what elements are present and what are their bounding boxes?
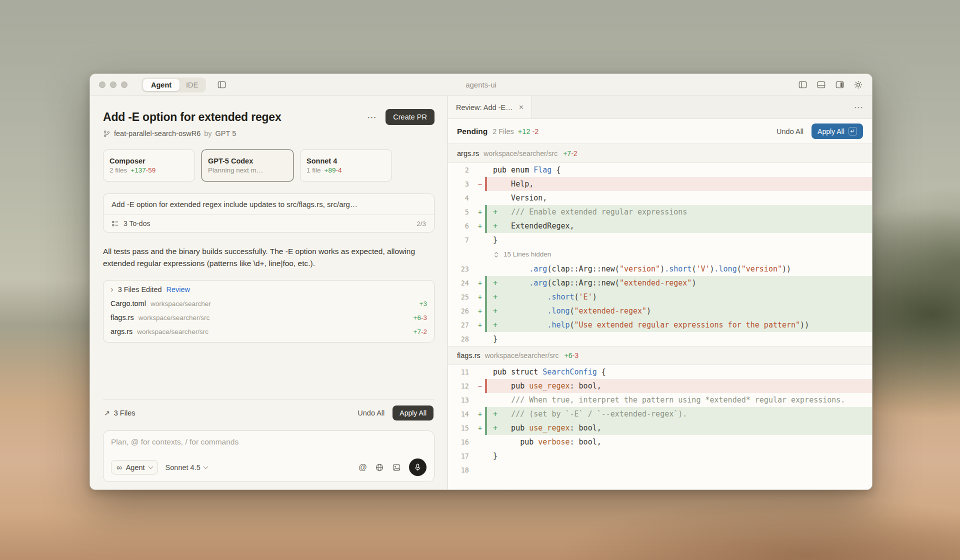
author-model: GPT 5	[216, 130, 236, 138]
diff-line-del: 12− pub use_regex: bool,	[448, 379, 872, 393]
panel-bottom-icon[interactable]	[816, 80, 826, 90]
settings-gear-icon[interactable]	[854, 80, 863, 90]
close-icon[interactable]: ×	[519, 103, 524, 112]
hidden-lines-toggle[interactable]: 15 Lines hidden	[448, 247, 872, 262]
card-title: GPT-5 Codex	[208, 157, 287, 165]
agent-mode-selector[interactable]: ∞ Agent	[111, 460, 158, 474]
tabbar-overflow-menu-button[interactable]: ⋯	[854, 102, 863, 113]
edited-file-row[interactable]: Cargo.toml workspace/searcher +3	[104, 296, 434, 310]
file-stats: +3	[420, 300, 427, 308]
review-tab[interactable]: Review: Add -E… ×	[448, 96, 532, 118]
composer-input[interactable]	[111, 438, 426, 446]
agent-mode-label: Agent	[126, 464, 145, 472]
undo-all-button[interactable]: Undo All	[358, 409, 384, 417]
card-subtitle: Planning next m…	[208, 166, 287, 174]
diff-line-add: 14++ /// (set by `-E` / `--extended-rege…	[448, 407, 872, 421]
edited-file-row[interactable]: args.rs workspace/searcher/src +7-2	[104, 324, 434, 338]
pending-stats: +12 -2	[518, 128, 539, 136]
agent-card-gpt5-codex[interactable]: GPT-5 Codex Planning next m…	[202, 150, 294, 182]
by-label: by	[204, 130, 212, 138]
mode-switcher: Agent IDE	[142, 78, 206, 92]
tab-agent[interactable]: Agent	[143, 79, 180, 91]
branch-icon	[103, 130, 110, 138]
file-name: args.rs	[110, 328, 132, 336]
branch-row: feat-parallel-search-oswR6 by GPT 5	[103, 130, 434, 138]
model-label: Sonnet 4.5	[166, 464, 200, 472]
page-title: Add -E option for extended regex	[103, 110, 358, 124]
todos-row[interactable]: 3 To-dos 2/3	[104, 214, 434, 232]
composer: ∞ Agent Sonnet 4.5 @	[103, 430, 434, 482]
diff-line-add: 25++ .short('E')	[448, 290, 872, 304]
expand-icon	[493, 252, 500, 258]
diff-line-ctx: 18	[448, 463, 872, 477]
microphone-button[interactable]	[409, 458, 426, 476]
task-box: Add -E option for extended regex include…	[103, 194, 434, 232]
review-link[interactable]: Review	[166, 286, 190, 294]
diff-scroll-area[interactable]: args.rs workspace/searcher/src +7-2 2pub…	[448, 144, 872, 490]
zoom-button[interactable]	[121, 82, 128, 88]
diff-line-add: 27++ .help("Use extended regular express…	[448, 318, 872, 332]
diff-line-add: 5++ /// Enable extended regular expressi…	[448, 205, 872, 219]
diff-line-del: 3− Help,	[448, 177, 872, 191]
card-title: Composer	[110, 157, 188, 165]
diff-file-header[interactable]: args.rs workspace/searcher/src +7-2	[448, 144, 872, 163]
app-window: Agent IDE agents-ui Add -E optio	[90, 74, 872, 490]
pending-label: Pending	[457, 127, 488, 136]
card-subtitle: 2 files+137-59	[110, 166, 188, 174]
diff-line-add: 6++ ExtendedRegex,	[448, 219, 872, 233]
file-name: flags.rs	[110, 314, 134, 322]
diff-line-ctx: 28}	[448, 332, 872, 346]
edited-file-row[interactable]: flags.rs workspace/searcher/src +6-3	[104, 310, 434, 324]
diff-line-ctx: 11pub struct SearchConfig {	[448, 365, 872, 379]
diff-line-ctx: 17}	[448, 449, 872, 463]
apply-bar: ↗ 3 Files Undo All Apply All	[103, 399, 434, 426]
todos-progress: 2/3	[416, 220, 426, 228]
file-name: flags.rs	[457, 352, 480, 360]
mention-context-icon[interactable]: @	[358, 462, 367, 472]
chevron-down-icon	[148, 464, 153, 469]
review-apply-all-button[interactable]: Apply All ↵	[812, 124, 863, 139]
agent-card-sonnet4[interactable]: Sonnet 4 1 file+89-4	[300, 150, 392, 182]
file-stats: +7-2	[563, 150, 577, 158]
close-button[interactable]	[99, 82, 106, 88]
todos-label: 3 To-dos	[124, 220, 150, 228]
files-changed-summary[interactable]: ↗ 3 Files	[104, 409, 135, 417]
return-key-icon: ↵	[848, 127, 857, 136]
panel-left-icon[interactable]	[798, 80, 808, 90]
files-edited-label: 3 Files Edited	[118, 286, 162, 294]
sidebar-toggle-icon[interactable]	[217, 80, 226, 90]
file-stats: +6-3	[414, 314, 427, 322]
diff-line-ctx: 7}	[448, 233, 872, 247]
file-path: workspace/searcher/src	[484, 150, 558, 158]
files-count-label: 3 Files	[114, 409, 136, 417]
diff-file-header[interactable]: flags.rs workspace/searcher/src +6-3	[448, 346, 872, 365]
files-edited-header[interactable]: › 3 Files Edited Review	[104, 280, 434, 296]
image-attach-icon[interactable]	[392, 463, 401, 472]
todo-list-icon	[112, 220, 119, 228]
web-globe-icon[interactable]	[375, 463, 384, 472]
file-path: workspace/searcher	[150, 300, 211, 308]
chevron-right-icon: ›	[110, 285, 114, 294]
minimize-button[interactable]	[110, 82, 116, 88]
agent-overflow-menu-button[interactable]: ⋯	[365, 112, 378, 123]
agent-card-composer[interactable]: Composer 2 files+137-59	[103, 150, 195, 182]
review-toolbar: Pending 2 Files +12 -2 Undo All Apply Al…	[448, 119, 872, 144]
tab-ide[interactable]: IDE	[180, 79, 204, 91]
apply-all-button[interactable]: Apply All	[392, 406, 434, 420]
diff-line-ctx: 2pub enum Flag {	[448, 163, 872, 177]
diff-file-section: args.rs workspace/searcher/src +7-2 2pub…	[448, 144, 872, 346]
diff-line-add: 24++ .arg(clap::Arg::new("extended-regex…	[448, 276, 872, 290]
review-tab-label: Review: Add -E…	[456, 104, 513, 112]
model-selector[interactable]: Sonnet 4.5	[166, 464, 208, 472]
create-pr-button[interactable]: Create PR	[386, 109, 434, 125]
review-tabbar: Review: Add -E… × ⋯	[448, 96, 872, 119]
diff-file-section: flags.rs workspace/searcher/src +6-3 11p…	[448, 346, 872, 477]
diff-line-add: 15++ pub use_regex: bool,	[448, 421, 872, 435]
review-undo-all-button[interactable]: Undo All	[776, 128, 804, 136]
chevron-down-icon	[203, 464, 208, 469]
diff-line-ctx: 4 Version,	[448, 191, 872, 205]
diff-body: 2pub enum Flag {3− Help,4 Version,5++ //…	[448, 163, 872, 346]
panel-right-icon[interactable]	[835, 80, 844, 90]
task-description: Add -E option for extended regex include…	[104, 194, 434, 214]
diff-line-ctx: 13 /// When true, interpret the pattern …	[448, 393, 872, 407]
